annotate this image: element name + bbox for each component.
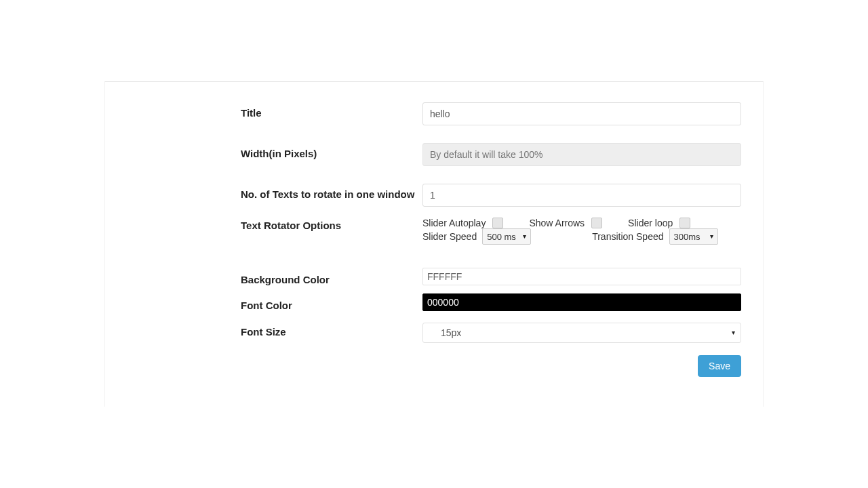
label-fontcolor: Font Color (241, 298, 422, 312)
chevron-down-icon: ▾ (732, 329, 735, 336)
save-button[interactable]: Save (698, 355, 741, 377)
row-width: Width(in Pixels) (241, 143, 741, 166)
transition-speed-select[interactable]: 300ms ▾ (669, 228, 718, 245)
rotator-options-line2: Slider Speed 500 ms ▾ Transition Speed 3… (422, 228, 741, 245)
bgcolor-input[interactable] (422, 268, 741, 285)
slider-speed-value: 500 ms (487, 232, 516, 242)
label-num-texts: No. of Texts to rotate in one window (241, 184, 422, 201)
chevron-down-icon: ▾ (710, 233, 713, 240)
arrows-checkbox[interactable] (591, 218, 602, 228)
arrows-label: Show Arrows (529, 218, 585, 228)
label-rotator-options: Text Rotator Options (241, 218, 422, 232)
label-fontsize: Font Size (241, 323, 422, 339)
fontsize-select[interactable]: 15px ▾ (422, 323, 741, 343)
button-row: Save (241, 355, 741, 377)
settings-panel: Title Width(in Pixels) No. of Texts to r… (104, 81, 764, 407)
transition-speed-label: Transition Speed (592, 231, 663, 242)
slider-speed-select[interactable]: 500 ms ▾ (482, 228, 531, 245)
label-bgcolor: Background Color (241, 272, 422, 287)
width-input[interactable] (422, 143, 741, 166)
autoplay-label: Slider Autoplay (422, 218, 486, 228)
loop-checkbox[interactable] (679, 218, 690, 228)
row-fontsize: Font Size 15px ▾ (241, 323, 741, 343)
fontcolor-input[interactable] (422, 293, 741, 311)
title-input[interactable] (422, 102, 741, 125)
num-texts-input[interactable] (422, 184, 741, 207)
row-fontcolor: Font Color (241, 298, 741, 312)
label-width: Width(in Pixels) (241, 143, 422, 161)
row-title: Title (241, 102, 741, 125)
slider-speed-label: Slider Speed (422, 231, 477, 242)
row-bgcolor: Background Color (241, 272, 741, 287)
form: Title Width(in Pixels) No. of Texts to r… (241, 102, 741, 377)
fontsize-value: 15px (429, 327, 461, 338)
row-rotator-options: Text Rotator Options Slider Autoplay Sho… (241, 218, 741, 245)
chevron-down-icon: ▾ (523, 233, 526, 240)
label-title: Title (241, 102, 422, 120)
rotator-options-line1: Slider Autoplay Show Arrows Slider loop (422, 218, 741, 228)
transition-speed-value: 300ms (674, 232, 701, 242)
loop-label: Slider loop (628, 218, 673, 228)
row-num-texts: No. of Texts to rotate in one window (241, 184, 741, 207)
autoplay-checkbox[interactable] (492, 218, 503, 228)
